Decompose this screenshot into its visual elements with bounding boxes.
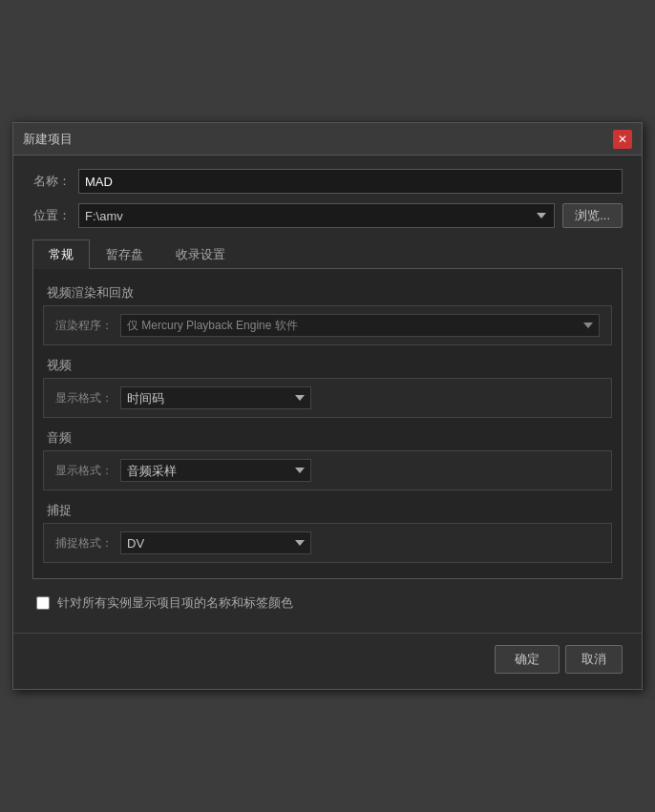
audio-format-select[interactable]: 音频采样 毫秒 [120, 459, 311, 482]
capture-format-select[interactable]: DV HDV [120, 531, 311, 554]
location-label: 位置： [32, 207, 71, 224]
renderer-select[interactable]: 仅 Mercury Playback Engine 软件 [120, 314, 600, 337]
video-format-row: 显示格式： 时间码 帧 英尺 + 帧 英文 [55, 386, 600, 409]
renderer-row: 渲染程序： 仅 Mercury Playback Engine 软件 [55, 314, 600, 337]
new-project-dialog: 新建项目 ✕ 名称： 位置： F:\amv 浏览... 常规 暂存盘 收录设置 [12, 122, 643, 690]
audio-section-inner: 显示格式： 音频采样 毫秒 [43, 450, 612, 490]
video-render-title: 视频渲染和回放 [43, 279, 612, 305]
dialog-body: 名称： 位置： F:\amv 浏览... 常规 暂存盘 收录设置 视频渲染和回放 [13, 156, 642, 633]
tabs-container: 常规 暂存盘 收录设置 [32, 239, 623, 269]
video-section-title: 视频 [43, 351, 612, 378]
dialog-title: 新建项目 [23, 131, 73, 148]
tab-content-general: 视频渲染和回放 渲染程序： 仅 Mercury Playback Engine … [32, 269, 623, 579]
video-section-inner: 显示格式： 时间码 帧 英尺 + 帧 英文 [43, 378, 612, 418]
audio-section-title: 音频 [43, 424, 612, 450]
ok-button[interactable]: 确定 [495, 645, 560, 674]
tab-scratch[interactable]: 暂存盘 [90, 239, 159, 269]
name-input[interactable] [78, 169, 623, 194]
audio-section: 音频 显示格式： 音频采样 毫秒 [43, 424, 612, 490]
capture-section-title: 捕捉 [43, 496, 612, 523]
capture-format-label: 捕捉格式： [55, 535, 113, 552]
capture-section: 捕捉 捕捉格式： DV HDV [43, 496, 612, 563]
title-bar: 新建项目 ✕ [13, 123, 642, 156]
cancel-button[interactable]: 取消 [565, 645, 623, 674]
video-render-section: 视频渲染和回放 渲染程序： 仅 Mercury Playback Engine … [43, 279, 612, 345]
name-label: 名称： [32, 173, 71, 190]
browse-button[interactable]: 浏览... [562, 203, 623, 228]
checkbox-row: 针对所有实例显示项目项的名称和标签颜色 [32, 594, 623, 612]
video-render-inner: 渲染程序： 仅 Mercury Playback Engine 软件 [43, 305, 612, 345]
audio-format-row: 显示格式： 音频采样 毫秒 [55, 459, 600, 482]
video-format-select[interactable]: 时间码 帧 英尺 + 帧 英文 [120, 386, 311, 409]
video-format-label: 显示格式： [55, 390, 113, 406]
tab-capture[interactable]: 收录设置 [159, 239, 242, 269]
video-section: 视频 显示格式： 时间码 帧 英尺 + 帧 英文 [43, 351, 612, 418]
checkbox-label: 针对所有实例显示项目项的名称和标签颜色 [57, 594, 293, 612]
show-names-checkbox[interactable] [36, 596, 50, 610]
audio-format-label: 显示格式： [55, 463, 113, 479]
name-row: 名称： [32, 169, 623, 194]
dialog-footer: 确定 取消 [13, 633, 642, 689]
capture-format-row: 捕捉格式： DV HDV [55, 531, 600, 554]
renderer-label: 渲染程序： [55, 318, 113, 334]
location-row: 位置： F:\amv 浏览... [32, 203, 623, 228]
close-button[interactable]: ✕ [613, 130, 632, 149]
location-select[interactable]: F:\amv [78, 203, 555, 228]
capture-section-inner: 捕捉格式： DV HDV [43, 523, 612, 563]
tab-general[interactable]: 常规 [32, 239, 90, 269]
